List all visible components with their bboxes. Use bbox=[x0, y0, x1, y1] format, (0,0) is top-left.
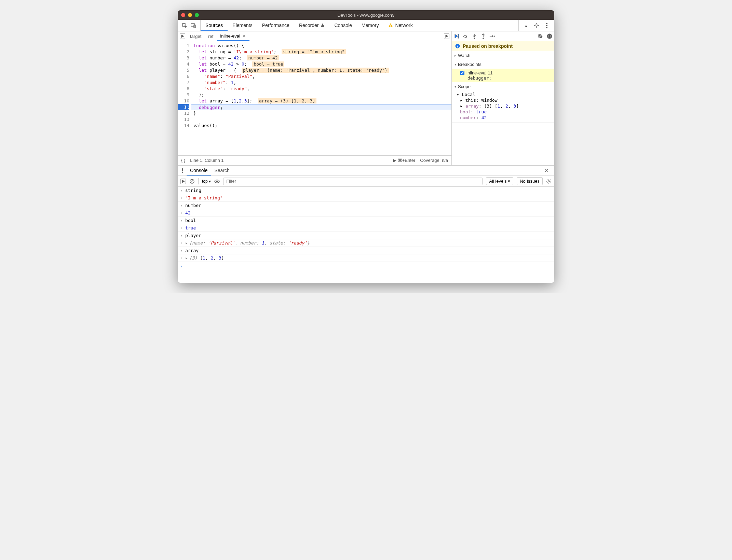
line-number[interactable]: 7 bbox=[178, 80, 189, 86]
console-settings-icon[interactable] bbox=[546, 179, 552, 184]
console-output-row[interactable]: "I'm a string" bbox=[178, 194, 554, 202]
step-icon[interactable] bbox=[489, 33, 495, 39]
panel-tab-elements[interactable]: Elements bbox=[228, 20, 257, 31]
line-number[interactable]: 11 bbox=[178, 104, 189, 110]
scope-section-header[interactable]: ▾Scope bbox=[452, 82, 554, 91]
line-number[interactable]: 5 bbox=[178, 67, 189, 73]
step-over-icon[interactable] bbox=[463, 33, 468, 39]
console-output-row[interactable]: ▸{name: 'Parzival', number: 1, state: 'r… bbox=[178, 239, 554, 247]
run-icon[interactable] bbox=[444, 33, 449, 39]
log-levels-selector[interactable]: All levels ▾ bbox=[486, 177, 513, 185]
console-input-row[interactable]: string bbox=[178, 187, 554, 194]
console-output-row[interactable]: ▸(3) [1, 2, 3] bbox=[178, 254, 554, 262]
panel-tab-recorder[interactable]: Recorder bbox=[294, 20, 330, 31]
svg-rect-2 bbox=[391, 25, 391, 26]
issues-button[interactable]: No Issues bbox=[517, 177, 543, 185]
code-line[interactable]: let string = 'I\'m a string'; string = "… bbox=[191, 49, 451, 55]
code-line[interactable]: let array = [1,2,3]; array = (3) [1, 2, … bbox=[191, 98, 451, 104]
console-input-row[interactable]: array bbox=[178, 247, 554, 254]
drawer-tab-search[interactable]: Search bbox=[211, 166, 233, 176]
panel-tab-performance[interactable]: Performance bbox=[257, 20, 294, 31]
inspect-element-icon[interactable] bbox=[182, 23, 187, 28]
scope-variable[interactable]: number: 42 bbox=[460, 115, 554, 121]
kebab-menu-icon[interactable] bbox=[544, 23, 550, 28]
line-number[interactable]: 4 bbox=[178, 61, 189, 67]
panel-tab-sources[interactable]: Sources bbox=[201, 20, 228, 31]
console-input-row[interactable]: bool bbox=[178, 217, 554, 224]
code-line[interactable]: let bool = 42 > 0; bool = true bbox=[191, 61, 451, 67]
pause-exceptions-icon[interactable] bbox=[547, 33, 552, 39]
scope-local-header[interactable]: ▾ Local bbox=[457, 92, 554, 97]
line-number[interactable]: 3 bbox=[178, 55, 189, 61]
file-tab-target[interactable]: target bbox=[187, 32, 205, 41]
clear-console-icon[interactable] bbox=[189, 179, 195, 184]
file-tab-ref[interactable]: ref bbox=[205, 32, 217, 41]
panel-tab-memory[interactable]: Memory bbox=[357, 20, 384, 31]
breakpoint-row[interactable]: inline-eval:11 debugger; bbox=[452, 69, 554, 82]
line-number[interactable]: 13 bbox=[178, 116, 189, 123]
line-number[interactable]: 12 bbox=[178, 110, 189, 116]
close-tab-icon[interactable]: ✕ bbox=[242, 33, 246, 39]
drawer-tab-console[interactable]: Console bbox=[187, 166, 211, 176]
live-expression-icon[interactable] bbox=[214, 179, 220, 184]
device-toolbar-icon[interactable] bbox=[191, 23, 196, 28]
titlebar: DevTools - www.google.com/ bbox=[178, 10, 554, 20]
code-editor[interactable]: 1234567891011121314 function values() { … bbox=[178, 41, 451, 155]
line-number[interactable]: 2 bbox=[178, 49, 189, 55]
console-input-row[interactable]: player bbox=[178, 232, 554, 239]
console-filter-input[interactable] bbox=[223, 178, 483, 185]
watch-section-header[interactable]: ▸Watch bbox=[452, 51, 554, 60]
window-controls bbox=[181, 13, 199, 17]
line-number[interactable]: 10 bbox=[178, 98, 189, 104]
maximize-window-button[interactable] bbox=[195, 13, 199, 17]
braces-icon[interactable]: { } bbox=[181, 158, 185, 163]
console-input-row[interactable]: number bbox=[178, 202, 554, 209]
step-out-icon[interactable] bbox=[480, 33, 486, 39]
deactivate-breakpoints-icon[interactable] bbox=[538, 33, 543, 39]
line-number[interactable]: 14 bbox=[178, 123, 189, 129]
svg-point-20 bbox=[182, 170, 183, 171]
line-number[interactable]: 9 bbox=[178, 92, 189, 98]
code-line[interactable]: "number": 1, bbox=[191, 80, 451, 86]
console-output-row[interactable]: 42 bbox=[178, 209, 554, 217]
svg-point-19 bbox=[182, 168, 183, 169]
run-shortcut[interactable]: ▶ ⌘+Enter bbox=[393, 158, 415, 163]
console-prompt[interactable] bbox=[178, 262, 554, 265]
code-line[interactable]: } bbox=[191, 110, 451, 116]
panel-tab-network[interactable]: Network bbox=[383, 20, 417, 31]
console-output-row[interactable]: true bbox=[178, 224, 554, 232]
code-line[interactable]: "name": "Parzival", bbox=[191, 73, 451, 80]
scope-variable[interactable]: bool: true bbox=[460, 109, 554, 115]
code-line[interactable]: "state": "ready", bbox=[191, 86, 451, 92]
settings-icon[interactable] bbox=[534, 23, 539, 28]
console-log[interactable]: string"I'm a string"number42booltrueplay… bbox=[178, 187, 554, 283]
line-number[interactable]: 6 bbox=[178, 73, 189, 80]
code-line[interactable]: let player = { player = {name: 'Parzival… bbox=[191, 67, 451, 73]
close-window-button[interactable] bbox=[181, 13, 185, 17]
code-line[interactable]: let number = 42; number = 42 bbox=[191, 55, 451, 61]
breakpoint-checkbox[interactable] bbox=[460, 71, 464, 75]
file-tab-inline-eval[interactable]: inline-eval ✕ bbox=[217, 32, 249, 41]
step-into-icon[interactable] bbox=[472, 33, 477, 39]
context-selector[interactable]: top ▾ bbox=[202, 179, 211, 184]
code-line[interactable] bbox=[191, 116, 451, 123]
panel-tab-console[interactable]: Console bbox=[329, 20, 356, 31]
resume-icon[interactable] bbox=[454, 33, 459, 39]
breakpoints-section-header[interactable]: ▾Breakpoints bbox=[452, 60, 554, 69]
drawer-menu-icon[interactable] bbox=[180, 168, 185, 173]
code-line[interactable]: }; bbox=[191, 92, 451, 98]
scope-variable[interactable]: ▸ array: (3) [1, 2, 3] bbox=[460, 103, 554, 109]
drawer-close-icon[interactable]: ✕ bbox=[541, 167, 552, 174]
code-line[interactable]: values(); bbox=[191, 123, 451, 129]
code-line[interactable]: debugger; bbox=[191, 104, 451, 110]
run-snippet-icon[interactable] bbox=[180, 33, 185, 39]
more-tabs-icon[interactable]: » bbox=[524, 23, 529, 28]
line-number[interactable]: 1 bbox=[178, 43, 189, 49]
scope-variable[interactable]: ▸ this: Window bbox=[460, 97, 554, 103]
console-toolbar: top ▾ All levels ▾ No Issues bbox=[178, 176, 554, 187]
console-sidebar-icon[interactable] bbox=[180, 179, 186, 184]
line-number[interactable]: 8 bbox=[178, 86, 189, 92]
svg-rect-16 bbox=[550, 35, 551, 38]
minimize-window-button[interactable] bbox=[188, 13, 192, 17]
code-line[interactable]: function values() { bbox=[191, 43, 451, 49]
